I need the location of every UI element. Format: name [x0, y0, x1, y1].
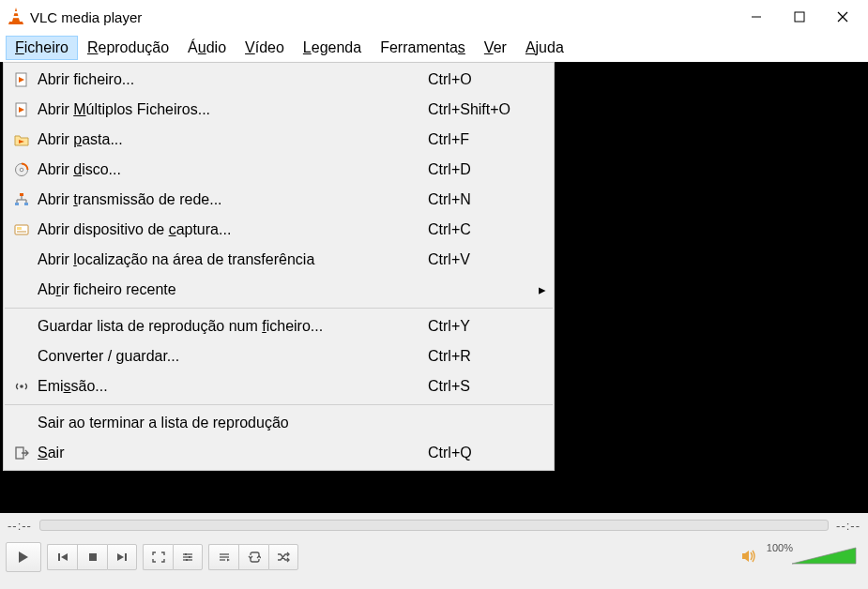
- menu-item-label: Abrir disco...: [34, 161, 428, 178]
- menu-item[interactable]: Emissão...Ctrl+S: [4, 371, 554, 401]
- minimize-button[interactable]: [735, 2, 778, 32]
- window-controls: [735, 2, 864, 32]
- menu-item[interactable]: Abrir disco...Ctrl+D: [4, 155, 554, 185]
- previous-button[interactable]: [47, 544, 77, 570]
- menu-item[interactable]: Abrir localização na área de transferênc…: [4, 245, 554, 275]
- menu-ajuda[interactable]: Ajuda: [516, 36, 573, 60]
- volume-slider[interactable]: [791, 546, 857, 568]
- bottom-bar: --:-- --:-- 100%: [0, 513, 868, 589]
- menu-item-shortcut: Ctrl+Shift+O: [428, 101, 531, 118]
- menu-item-label: Abrir ficheiro recente: [34, 281, 428, 298]
- menu-item[interactable]: Abrir transmissão de rede...Ctrl+N: [4, 185, 554, 215]
- svg-rect-29: [189, 556, 190, 558]
- menu-item-label: Abrir ficheiro...: [34, 71, 428, 88]
- menu-item[interactable]: Guardar lista de reprodução num ficheiro…: [4, 311, 554, 341]
- svg-rect-10: [20, 193, 23, 196]
- menu-item[interactable]: Abrir ficheiro...Ctrl+O: [4, 65, 554, 95]
- next-button[interactable]: [107, 544, 137, 570]
- svg-rect-30: [186, 559, 188, 561]
- menu-item-label: Converter / guardar...: [34, 348, 428, 365]
- menu-item-shortcut: Ctrl+R: [428, 348, 531, 365]
- menu-item-label: Abrir dispositivo de captura...: [34, 221, 428, 238]
- menu-item[interactable]: Abrir Múltiplos Ficheiros...Ctrl+Shift+O: [4, 95, 554, 125]
- menu-item-shortcut: Ctrl+N: [428, 191, 531, 208]
- menu-item-shortcut: Ctrl+F: [428, 131, 531, 148]
- svg-point-9: [20, 168, 23, 172]
- menu-item-shortcut: Ctrl+C: [428, 221, 531, 238]
- menu-item-label: Abrir transmissão de rede...: [34, 191, 428, 208]
- shuffle-button[interactable]: [268, 544, 298, 570]
- menu-separator: [5, 308, 553, 309]
- titlebar: VLC media player: [0, 0, 868, 34]
- menu-item-shortcut: Ctrl+S: [428, 378, 531, 395]
- menu-item[interactable]: Abrir dispositivo de captura...Ctrl+C: [4, 215, 554, 245]
- menu-item-label: Sair: [34, 445, 428, 461]
- menu-ver[interactable]: Ver: [475, 36, 516, 60]
- stop-button[interactable]: [77, 544, 107, 570]
- svg-point-20: [20, 385, 23, 388]
- close-button[interactable]: [821, 2, 864, 32]
- card-icon: [9, 222, 34, 237]
- svg-rect-22: [58, 553, 60, 561]
- svg-rect-28: [185, 553, 187, 555]
- menu-item-shortcut: Ctrl+D: [428, 161, 531, 178]
- menu-item-shortcut: Ctrl+V: [428, 251, 531, 268]
- menu-item-label: Abrir localização na área de transferênc…: [34, 251, 428, 268]
- file-play-icon: [9, 72, 34, 87]
- seek-slider[interactable]: [39, 520, 829, 531]
- file-menu-dropdown: Abrir ficheiro...Ctrl+OAbrir Múltiplos F…: [3, 62, 555, 471]
- extended-settings-button[interactable]: [173, 544, 203, 570]
- playlist-button[interactable]: [208, 544, 238, 570]
- menu-reprodução[interactable]: Reprodução: [78, 36, 178, 60]
- menu-separator: [5, 404, 553, 405]
- menu-item-label: Emissão...: [34, 378, 428, 395]
- stream-icon: [9, 379, 34, 394]
- menu-áudio[interactable]: Áudio: [178, 36, 236, 60]
- time-total: --:--: [836, 519, 860, 533]
- menu-item-label: Guardar lista de reprodução num ficheiro…: [34, 318, 428, 335]
- menu-item[interactable]: Abrir pasta...Ctrl+F: [4, 125, 554, 155]
- submenu-arrow-icon: ▸: [531, 281, 546, 298]
- menu-legenda[interactable]: Legenda: [294, 36, 371, 60]
- svg-rect-24: [125, 553, 127, 561]
- volume-percent: 100%: [767, 542, 793, 553]
- folder-icon: [9, 132, 34, 147]
- speaker-icon[interactable]: [740, 549, 757, 566]
- menu-item-shortcut: Ctrl+O: [428, 71, 531, 88]
- menu-ficheiro[interactable]: Ficheiro: [6, 36, 78, 60]
- menu-item[interactable]: Sair ao terminar a lista de reprodução: [4, 408, 554, 438]
- svg-rect-18: [17, 227, 22, 230]
- menu-item-shortcut: Ctrl+Y: [428, 318, 531, 335]
- disc-icon: [9, 162, 34, 177]
- svg-rect-23: [89, 553, 97, 561]
- menu-item-label: Abrir pasta...: [34, 131, 428, 148]
- fullscreen-button[interactable]: [143, 544, 173, 570]
- svg-rect-1: [13, 16, 19, 18]
- menu-item[interactable]: Converter / guardar...Ctrl+R: [4, 341, 554, 371]
- maximize-button[interactable]: [778, 2, 821, 32]
- network-icon: [9, 192, 34, 207]
- menu-item-label: Abrir Múltiplos Ficheiros...: [34, 101, 428, 118]
- menu-ferramentas[interactable]: Ferramentas: [371, 36, 475, 60]
- file-play-icon: [9, 102, 34, 117]
- vlc-cone-icon: [8, 7, 24, 28]
- menu-item-label: Sair ao terminar a lista de reprodução: [34, 415, 428, 431]
- svg-rect-3: [795, 12, 804, 22]
- menu-item[interactable]: SairCtrl+Q: [4, 438, 554, 468]
- svg-rect-12: [24, 203, 28, 205]
- menubar: FicheiroReproduçãoÁudioVídeoLegendaFerra…: [0, 34, 868, 62]
- svg-rect-11: [15, 203, 19, 205]
- exit-icon: [9, 446, 34, 461]
- svg-rect-0: [14, 11, 18, 13]
- loop-button[interactable]: [238, 544, 268, 570]
- menu-item[interactable]: Abrir ficheiro recente▸: [4, 275, 554, 305]
- menu-vídeo[interactable]: Vídeo: [236, 36, 294, 60]
- window-title: VLC media player: [30, 9, 735, 25]
- play-button[interactable]: [6, 542, 41, 572]
- time-elapsed: --:--: [8, 519, 32, 533]
- menu-item-shortcut: Ctrl+Q: [428, 445, 531, 461]
